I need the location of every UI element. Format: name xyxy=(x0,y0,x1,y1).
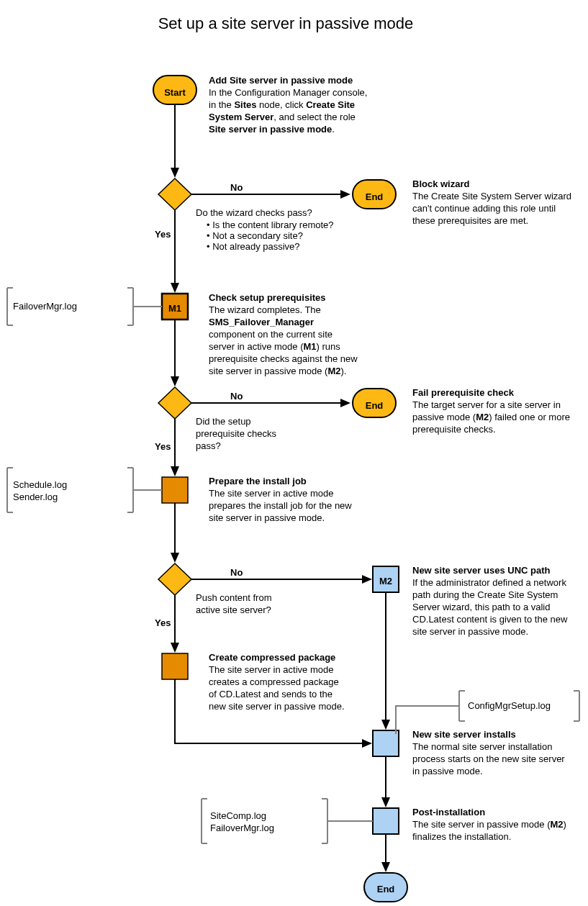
d1-q: Do the wizard checks pass? xyxy=(196,207,312,218)
d3-l2: active site server? xyxy=(196,604,271,615)
bracket xyxy=(127,468,133,512)
n2-l5: prerequisite checks against the new xyxy=(209,353,358,364)
end-label-2: End xyxy=(366,400,384,411)
n3-l2: prepares the install job for the new xyxy=(209,500,352,511)
no-label: No xyxy=(230,567,243,578)
yes-label: Yes xyxy=(155,617,171,628)
n3-l1: The site server in active mode xyxy=(209,488,333,499)
e1-l2: can't continue adding this role until xyxy=(412,203,556,214)
yes-label: Yes xyxy=(155,441,171,452)
n2-l2: SMS_Failover_Manager xyxy=(209,317,314,327)
g1: FailoverMgr.log xyxy=(13,301,77,312)
n2-l1: The wizard completes. The xyxy=(209,304,321,315)
process-installs xyxy=(373,730,399,756)
e2-l3: prerequisite checks. xyxy=(412,424,496,435)
m1-label: M1 xyxy=(168,303,181,314)
n2-l3: component on the current site xyxy=(209,329,333,340)
n1-l1: In the Configuration Manager console, xyxy=(209,87,367,98)
g3: ConfigMgrSetup.log xyxy=(468,700,551,711)
d1-b3: • Not already passive? xyxy=(207,241,300,252)
yes-label: Yes xyxy=(155,229,171,240)
process-compressed xyxy=(162,653,188,679)
n5-l3: of CD.Latest and sends to the xyxy=(209,689,333,699)
bracket xyxy=(322,799,327,843)
d2-l2: prerequisite checks xyxy=(196,428,276,439)
g2a: Schedule.log xyxy=(13,479,67,490)
process-post xyxy=(373,808,399,834)
bracket xyxy=(202,799,207,843)
n4-t: New site server uses UNC path xyxy=(412,565,551,576)
flowchart: Set up a site server in passive mode Sta… xyxy=(0,0,588,906)
bracket xyxy=(127,288,133,325)
decision-d2 xyxy=(158,387,191,419)
n4-l1: If the administrator defined a network xyxy=(412,577,566,588)
g4a: SiteComp.log xyxy=(210,810,266,821)
end-label-1: End xyxy=(366,191,384,202)
n6-l3: in passive mode. xyxy=(412,766,483,776)
n2-t: Check setup prerequisites xyxy=(209,292,326,303)
e2-t: Fail prerequisite check xyxy=(412,387,515,398)
n6-l2: process starts on the new site server xyxy=(412,753,565,764)
g4b: FailoverMgr.log xyxy=(210,823,274,833)
n5-l1: The site server in active mode xyxy=(209,664,333,675)
m2-label: M2 xyxy=(379,576,392,586)
n1-l4: Site server in passive mode. xyxy=(209,124,335,135)
n1-title: Add Site server in passive mode xyxy=(209,75,353,86)
n3-l3: site server in passive mode. xyxy=(209,512,325,523)
n6-l1: The normal site server installation xyxy=(412,741,552,752)
n4-l4: CD.Latest content is given to the new xyxy=(412,614,568,625)
process-prepare xyxy=(162,477,188,503)
e2-l2: passive mode (M2) failed one or more xyxy=(412,412,570,422)
n7-l1: The site server in passive mode (M2) xyxy=(412,819,566,830)
n6-t: New site server installs xyxy=(412,729,516,740)
bracket xyxy=(7,468,13,512)
n4-l5: site server in passive mode. xyxy=(412,626,528,637)
bracket xyxy=(459,691,465,721)
page-title: Set up a site server in passive mode xyxy=(158,14,414,32)
n2-l6: site server in passive mode (M2). xyxy=(209,366,346,376)
n5-l4: new site server in passive mode. xyxy=(209,701,345,712)
n2-l4: server in active mode (M1) runs xyxy=(209,341,340,352)
n3-t: Prepare the install job xyxy=(209,476,307,486)
start-label: Start xyxy=(164,87,186,98)
n1-l3: System Server, and select the role xyxy=(209,112,356,122)
g2b: Sender.log xyxy=(13,491,58,502)
decision-d3 xyxy=(158,563,191,595)
e1-l1: The Create Site System Server wizard xyxy=(412,191,571,201)
d2-l1: Did the setup xyxy=(196,416,251,427)
decision-d1 xyxy=(158,178,191,210)
e2-l1: The target server for a site server in xyxy=(412,399,561,410)
bracket xyxy=(7,288,13,325)
n5-l2: creates a compressed package xyxy=(209,676,339,687)
e1-t: Block wizard xyxy=(412,178,470,189)
no-label: No xyxy=(230,182,243,193)
no-label: No xyxy=(230,391,243,402)
d2-l3: pass? xyxy=(196,440,221,451)
d3-l1: Push content from xyxy=(196,592,272,603)
n7-t: Post-installation xyxy=(412,807,485,817)
n4-l3: Server wizard, this path to a valid xyxy=(412,602,550,612)
n1-l2: in the Sites node, click Create Site xyxy=(209,99,355,110)
n7-l2: finalizes the installation. xyxy=(412,831,511,842)
end-label-final: End xyxy=(377,884,395,894)
n5-t: Create compressed package xyxy=(209,652,335,663)
d1-b1: • Is the content library remote? xyxy=(207,219,334,230)
n4-l2: path during the Create Site System xyxy=(412,589,558,600)
e1-l3: these prerequisites are met. xyxy=(412,215,528,226)
bracket xyxy=(574,691,579,721)
d1-b2: • Not a secondary site? xyxy=(207,230,303,241)
